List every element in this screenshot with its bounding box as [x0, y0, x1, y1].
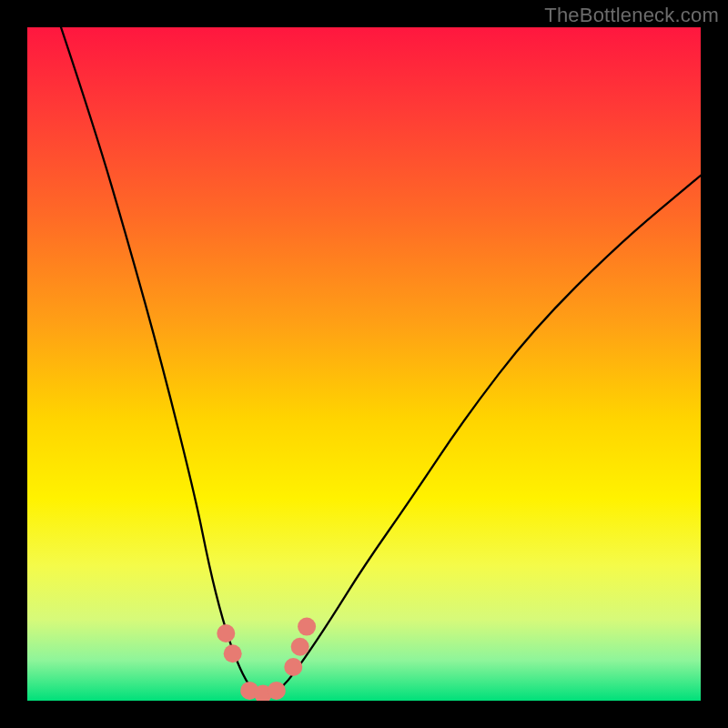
trough-dot — [291, 638, 309, 656]
trough-dot — [284, 658, 302, 676]
chart-frame: TheBottleneck.com — [0, 0, 728, 728]
trough-dot — [298, 618, 316, 636]
gradient-background — [27, 27, 701, 701]
chart-svg — [27, 27, 701, 701]
trough-dot — [217, 624, 235, 642]
trough-dot — [268, 682, 286, 700]
watermark-text: TheBottleneck.com — [544, 4, 719, 27]
trough-dot — [224, 644, 242, 662]
plot-area — [27, 27, 701, 701]
